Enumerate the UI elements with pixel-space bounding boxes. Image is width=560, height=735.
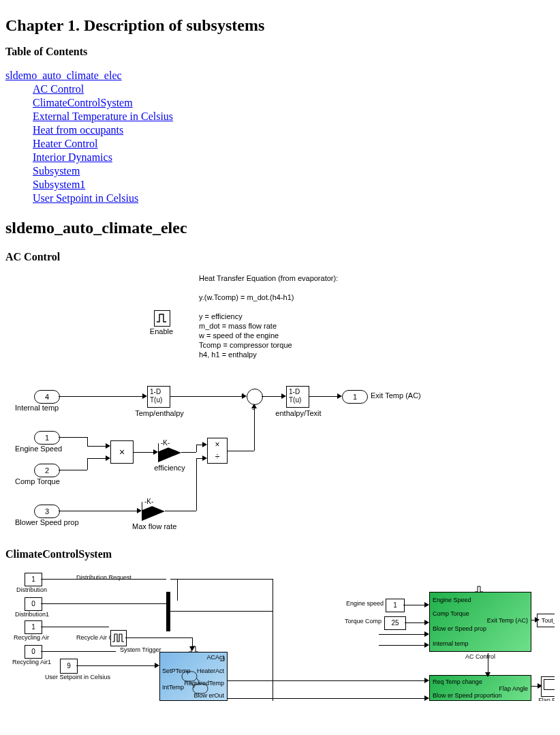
eq-heading: Heat Transfer Equation (from evaporator)… <box>199 274 338 282</box>
const-recycling-air: 1 <box>25 620 42 634</box>
subsystem-heater-control: Req Temp change Blow er Speed proportion… <box>429 675 531 701</box>
outport-label: Exit Temp (AC) <box>371 391 421 400</box>
diagram-ac-control: Heat Transfer Equation (from evaporator)… <box>10 274 446 533</box>
svg-rect-1 <box>193 684 208 693</box>
subsystem-ac-control: Engine Speed Comp Torque Blow er Speed p… <box>429 592 531 652</box>
pulse-system-trigger <box>110 630 127 646</box>
scope-label: Flap Pos <box>535 697 555 701</box>
gain-efficiency: -K- <box>158 443 181 462</box>
lut-temp-enthalpy: 1-DT(u) <box>147 386 170 408</box>
chapter-title: Chapter 1. Description of subsystems <box>5 16 555 35</box>
inport-comp-torque: 2 <box>34 464 60 477</box>
const-label: Distribution1 <box>15 611 49 618</box>
eq-line: y = efficiency <box>199 312 243 320</box>
inport-blower-speed: 3 <box>34 505 60 518</box>
eq-line: Tcomp = compressor torque <box>199 341 292 349</box>
const-label: Distribution <box>16 586 47 593</box>
eq-line: w = speed of the engine <box>199 331 279 340</box>
toc-link-root[interactable]: sldemo_auto_climate_elec <box>5 70 122 81</box>
inport-internal-temp: 4 <box>34 390 60 404</box>
toc-heading: Table of Contents <box>5 46 555 58</box>
toc-link[interactable]: Heat from occupants <box>33 124 123 136</box>
const-recycling-air1: 0 <box>25 645 42 659</box>
section-title: sldemo_auto_climate_elec <box>5 219 555 237</box>
subsection-ac-control: AC Control <box>5 251 555 263</box>
const-user-setpoint: 9 <box>60 659 78 674</box>
subsystem-temperature-control: ACAct SetPTemp IntTemp HeaterAct Require… <box>159 652 228 701</box>
subsystem-label: AC Control <box>429 653 531 660</box>
toc-link[interactable]: Subsystem <box>33 165 80 177</box>
const-torque-comp: 25 <box>384 616 406 630</box>
const-label: Engine speed <box>346 600 383 607</box>
scope-flap-pos <box>541 676 555 697</box>
inport-label: Internal temp <box>15 404 59 412</box>
const-distribution1: 0 <box>25 597 42 611</box>
const-engine-speed: 1 <box>386 599 405 612</box>
toc: sldemo_auto_climate_elec AC Control Clim… <box>5 69 555 205</box>
toc-link[interactable]: External Temperature in Celsius <box>33 110 173 122</box>
gain-label: Max flow rate <box>132 522 174 530</box>
const-distribution: 1 <box>25 573 42 586</box>
inport-label: Blower Speed prop <box>15 518 79 526</box>
signal-label: Distribution Request <box>76 574 131 581</box>
subsection-climate-control-system: ClimateControlSystem <box>5 548 555 560</box>
enable-icon <box>474 585 484 595</box>
svg-rect-0 <box>182 672 197 681</box>
toc-link[interactable]: Subsystem1 <box>33 179 85 190</box>
inport-label: Comp Torque <box>15 477 60 485</box>
gain-label: efficiency <box>150 464 189 472</box>
mux-block <box>166 592 170 631</box>
lut-label: enthalpy/Texit <box>271 409 326 417</box>
inport-label: Engine Speed <box>15 445 62 453</box>
outport-exit-temp: 1 <box>342 390 368 404</box>
inport-engine-speed: 1 <box>34 431 60 445</box>
toc-link[interactable]: Interior Dynamics <box>33 151 112 163</box>
const-label: User Setpoint in Celsius <box>45 674 110 680</box>
enable-label: Enable <box>146 327 177 335</box>
const-label: Recycling Air1 <box>12 659 51 665</box>
const-label: Recycling Air <box>14 634 49 641</box>
sum-block <box>247 389 263 405</box>
eq-line: m_dot = mass flow rate <box>199 322 277 330</box>
diagram-climate-control-system: 1 Distribution 0 Distribution1 1 Recycli… <box>11 571 555 701</box>
gain-max-flow-rate: -K- <box>142 502 165 521</box>
toc-link[interactable]: User Setpoint in Celsius <box>33 192 138 204</box>
signal-label: System Trigger <box>120 646 161 653</box>
divide-block: × ÷ <box>207 438 228 464</box>
enable-block <box>154 310 170 327</box>
lut-enthalpy-texit: 1-DT(u) <box>286 386 309 408</box>
lut-label: Temp/enthalpy <box>132 409 187 417</box>
toc-link[interactable]: Heater Control <box>33 138 98 149</box>
eq-line: h4, h1 = enthalpy <box>199 350 257 359</box>
const-label: Torque Comp <box>343 618 382 625</box>
toc-link[interactable]: AC Control <box>33 83 84 95</box>
toc-link[interactable]: ClimateControlSystem <box>33 97 133 108</box>
product-block: × <box>110 440 134 464</box>
eq-main: y.(w.Tcomp) = m_dot.(h4-h1) <box>199 293 294 301</box>
